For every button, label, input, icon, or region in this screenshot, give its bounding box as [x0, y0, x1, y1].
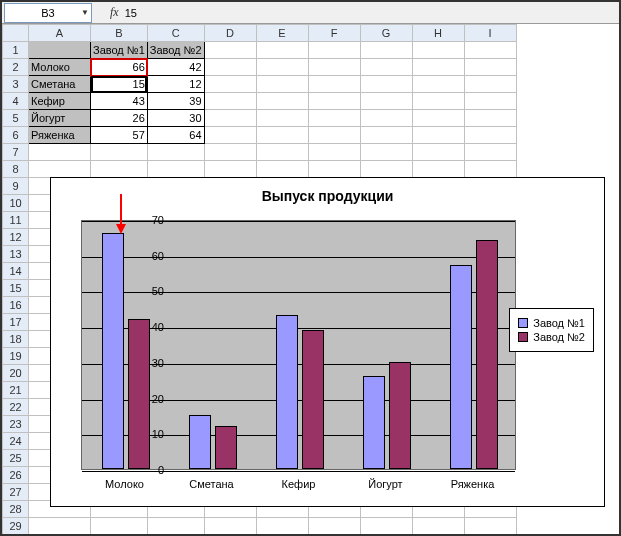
- row-header-2[interactable]: 2: [3, 59, 29, 76]
- cell-D3[interactable]: [204, 76, 256, 93]
- bar-Завод №1-Молоко[interactable]: [102, 233, 124, 469]
- cell-I4[interactable]: [464, 93, 516, 110]
- cell-I1[interactable]: [464, 42, 516, 59]
- bar-Завод №1-Ряженка[interactable]: [450, 265, 472, 469]
- cell-B3[interactable]: 15: [91, 76, 148, 93]
- row-header-26[interactable]: 26: [3, 467, 29, 484]
- cell-H5[interactable]: [412, 110, 464, 127]
- row-header-12[interactable]: 12: [3, 229, 29, 246]
- cell-D7[interactable]: [204, 144, 256, 161]
- cell-E29[interactable]: [256, 518, 308, 535]
- col-header-H[interactable]: H: [412, 25, 464, 42]
- cell-H7[interactable]: [412, 144, 464, 161]
- cell-C4[interactable]: 39: [147, 93, 204, 110]
- cell-G7[interactable]: [360, 144, 412, 161]
- col-header-F[interactable]: F: [308, 25, 360, 42]
- cell-G4[interactable]: [360, 93, 412, 110]
- row-header-24[interactable]: 24: [3, 433, 29, 450]
- bar-Завод №1-Йогурт[interactable]: [363, 376, 385, 469]
- cell-I3[interactable]: [464, 76, 516, 93]
- row-header-15[interactable]: 15: [3, 280, 29, 297]
- cell-A6[interactable]: Ряженка: [29, 127, 91, 144]
- cell-I2[interactable]: [464, 59, 516, 76]
- cell-A3[interactable]: Сметана: [29, 76, 91, 93]
- cell-H3[interactable]: [412, 76, 464, 93]
- row-header-22[interactable]: 22: [3, 399, 29, 416]
- row-header-8[interactable]: 8: [3, 161, 29, 178]
- cell-F4[interactable]: [308, 93, 360, 110]
- row-header-17[interactable]: 17: [3, 314, 29, 331]
- name-box-dropdown-icon[interactable]: ▼: [81, 8, 89, 17]
- cell-D6[interactable]: [204, 127, 256, 144]
- cell-D1[interactable]: [204, 42, 256, 59]
- col-header-C[interactable]: C: [147, 25, 204, 42]
- cell-F1[interactable]: [308, 42, 360, 59]
- cell-B5[interactable]: 26: [91, 110, 148, 127]
- cell-D5[interactable]: [204, 110, 256, 127]
- cell-H29[interactable]: [412, 518, 464, 535]
- cell-B8[interactable]: [91, 161, 148, 178]
- cell-A2[interactable]: Молоко: [29, 59, 91, 76]
- cell-C7[interactable]: [147, 144, 204, 161]
- cell-I6[interactable]: [464, 127, 516, 144]
- cell-G2[interactable]: [360, 59, 412, 76]
- cell-F6[interactable]: [308, 127, 360, 144]
- cell-F7[interactable]: [308, 144, 360, 161]
- row-header-3[interactable]: 3: [3, 76, 29, 93]
- cell-C1[interactable]: Завод №2: [147, 42, 204, 59]
- row-header-18[interactable]: 18: [3, 331, 29, 348]
- row-header-16[interactable]: 16: [3, 297, 29, 314]
- cell-I7[interactable]: [464, 144, 516, 161]
- cell-D29[interactable]: [204, 518, 256, 535]
- cell-E8[interactable]: [256, 161, 308, 178]
- cell-C3[interactable]: 12: [147, 76, 204, 93]
- cell-E4[interactable]: [256, 93, 308, 110]
- cell-A7[interactable]: [29, 144, 91, 161]
- row-header-10[interactable]: 10: [3, 195, 29, 212]
- row-header-5[interactable]: 5: [3, 110, 29, 127]
- cell-A4[interactable]: Кефир: [29, 93, 91, 110]
- cell-I29[interactable]: [464, 518, 516, 535]
- cell-C29[interactable]: [147, 518, 204, 535]
- cell-E1[interactable]: [256, 42, 308, 59]
- cell-C5[interactable]: 30: [147, 110, 204, 127]
- cell-A29[interactable]: [29, 518, 91, 535]
- bar-Завод №2-Сметана[interactable]: [215, 426, 237, 469]
- cell-G3[interactable]: [360, 76, 412, 93]
- cell-F2[interactable]: [308, 59, 360, 76]
- row-header-11[interactable]: 11: [3, 212, 29, 229]
- col-header-I[interactable]: I: [464, 25, 516, 42]
- bar-Завод №2-Кефир[interactable]: [302, 330, 324, 469]
- cell-F3[interactable]: [308, 76, 360, 93]
- row-header-20[interactable]: 20: [3, 365, 29, 382]
- cell-H2[interactable]: [412, 59, 464, 76]
- cell-H8[interactable]: [412, 161, 464, 178]
- cell-H6[interactable]: [412, 127, 464, 144]
- row-header-23[interactable]: 23: [3, 416, 29, 433]
- cell-D8[interactable]: [204, 161, 256, 178]
- cell-F5[interactable]: [308, 110, 360, 127]
- cell-H1[interactable]: [412, 42, 464, 59]
- cell-E2[interactable]: [256, 59, 308, 76]
- cell-G8[interactable]: [360, 161, 412, 178]
- cell-D2[interactable]: [204, 59, 256, 76]
- fx-icon[interactable]: fx: [110, 5, 119, 20]
- cell-E6[interactable]: [256, 127, 308, 144]
- cell-B29[interactable]: [91, 518, 148, 535]
- bar-Завод №1-Кефир[interactable]: [276, 315, 298, 469]
- cell-E5[interactable]: [256, 110, 308, 127]
- row-header-27[interactable]: 27: [3, 484, 29, 501]
- cell-A1[interactable]: [29, 42, 91, 59]
- bar-Завод №2-Йогурт[interactable]: [389, 362, 411, 469]
- row-header-4[interactable]: 4: [3, 93, 29, 110]
- cell-C8[interactable]: [147, 161, 204, 178]
- cell-G29[interactable]: [360, 518, 412, 535]
- cell-A5[interactable]: Йогурт: [29, 110, 91, 127]
- cell-B6[interactable]: 57: [91, 127, 148, 144]
- cell-F29[interactable]: [308, 518, 360, 535]
- cell-D4[interactable]: [204, 93, 256, 110]
- col-header-A[interactable]: A: [29, 25, 91, 42]
- row-header-28[interactable]: 28: [3, 501, 29, 518]
- cell-B2[interactable]: 66: [91, 59, 148, 76]
- row-header-1[interactable]: 1: [3, 42, 29, 59]
